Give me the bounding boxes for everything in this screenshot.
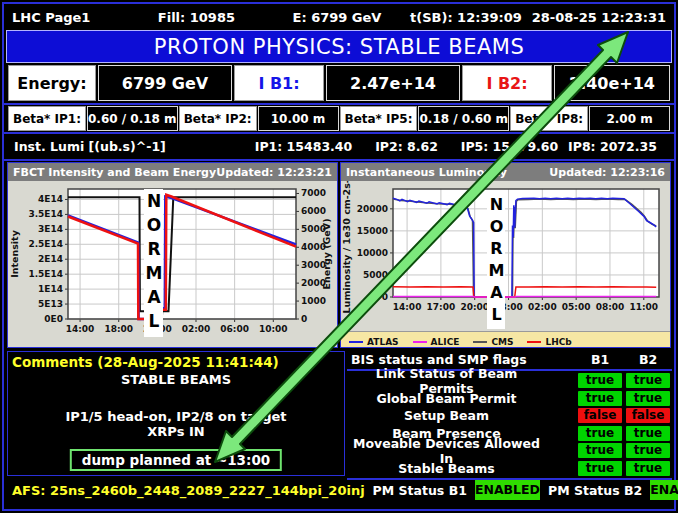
svg-text:11:00: 11:00 [629, 302, 658, 312]
svg-text:7000: 7000 [301, 188, 326, 198]
status-badge: true [578, 426, 622, 441]
bottom-section: Comments (28-Aug-2025 11:41:44) STABLE B… [4, 349, 674, 478]
lumi-ip8: IP8: 2072.35 [561, 139, 664, 154]
svg-text:18:00: 18:00 [104, 324, 133, 334]
comment-line-3: XRPs IN [8, 424, 344, 439]
bis-row: Link Status of Beam Permitstruetrue [347, 372, 672, 390]
lumi-ip2: IP2: 8.62 [355, 139, 458, 154]
status-badge: false [578, 408, 622, 423]
status-badge: true [626, 426, 670, 441]
lumi-ip5: IP5: 15479.60 [458, 139, 561, 154]
bis-status-panel: BIS status and SMP flags B1 B2 Link Stat… [347, 349, 672, 478]
svg-text:14:00: 14:00 [393, 302, 422, 312]
comments-panel: Comments (28-Aug-2025 11:41:44) STABLE B… [7, 351, 345, 476]
svg-text:02:00: 02:00 [182, 324, 211, 334]
pm-status-b2-badge: ENABLED [650, 480, 678, 500]
svg-text:Energy (GeV): Energy (GeV) [321, 219, 332, 290]
svg-text:1000: 1000 [301, 296, 326, 306]
svg-text:6000: 6000 [301, 206, 326, 216]
bis-panel-title: BIS status and SMP flags [347, 352, 576, 367]
fbct-chart-updated-time: Updated: 12:23:21 [216, 166, 332, 179]
lumi-ip1: IP1: 15483.40 [252, 139, 355, 154]
svg-text:0E0: 0E0 [44, 314, 63, 324]
svg-text:1.5E14: 1.5E14 [28, 269, 63, 279]
bis-row: Setup Beamfalsefalse [347, 407, 672, 425]
beta-ip2-value: 10.00 m [258, 106, 339, 131]
normal-status-overlay: NORMAL [487, 193, 505, 329]
status-badge: true [626, 443, 670, 458]
time-in-stable-beams: t(SB): 12:39:09 [410, 10, 522, 25]
comment-line-1: STABLE BEAMS [8, 372, 344, 387]
status-badge: true [626, 391, 670, 406]
svg-text:2E14: 2E14 [38, 254, 63, 264]
status-badge: false [626, 408, 670, 423]
beta-ip5-value: 0.18 / 0.60 m [418, 106, 509, 131]
svg-text:20000: 20000 [357, 204, 388, 214]
lhc-page1-window: LHC Page1 Fill: 10985 E: 6799 GeV t(SB):… [2, 2, 676, 511]
intensity-b1-value: 2.47e+14 [326, 65, 460, 101]
comment-line-2: IP1/5 head-on, IP2/8 on target [8, 409, 344, 424]
svg-text:06:00: 06:00 [220, 324, 249, 334]
chart-legend: ATLASALICECMSLHCb [341, 331, 670, 348]
bis-row-label: Global Beam Permit [347, 391, 576, 406]
pm-status-b1-label: PM Status B1 [373, 483, 467, 498]
svg-text:02:00: 02:00 [528, 302, 557, 312]
beta-ip1-label: Beta* IP1: [8, 106, 86, 131]
svg-text:4E14: 4E14 [38, 194, 63, 204]
bis-row: Moveable Devices Allowed Intruetrue [347, 442, 672, 460]
comments-title: Comments (28-Aug-2025 11:41:44) [8, 352, 344, 372]
svg-text:15000: 15000 [357, 226, 388, 236]
intensity-b1-label: I B1: [234, 65, 324, 101]
fill-number: Fill: 10985 [129, 10, 264, 25]
status-badge: true [626, 373, 670, 388]
beta-ip5-label: Beta* IP5: [340, 106, 418, 131]
bis-row: Stable Beamstruetrue [347, 460, 672, 478]
bis-flags-table: Link Status of Beam PermitstruetrueGloba… [347, 369, 672, 480]
bis-column-b1: B1 [576, 352, 624, 367]
beta-ip1-value: 0.60 / 0.18 m [87, 106, 178, 131]
pm-status-b2-label: PM Status B2 [548, 483, 642, 498]
svg-text:2.5E14: 2.5E14 [28, 239, 63, 249]
legend-color-swatch [349, 341, 363, 343]
status-badge: true [578, 373, 622, 388]
intensity-b2-value: 2.40e+14 [554, 65, 670, 101]
svg-text:3E14: 3E14 [38, 224, 63, 234]
lumi-units-label: Inst. Lumi [(ub.s)^-1] [14, 139, 252, 154]
bis-column-b2: B2 [624, 352, 672, 367]
instantaneous-lumi-row: Inst. Lumi [(ub.s)^-1] IP1: 15483.40 IP2… [4, 134, 674, 161]
svg-text:0: 0 [301, 314, 307, 324]
svg-text:3.5E14: 3.5E14 [28, 209, 63, 219]
afs-filling-scheme: AFS: 25ns_2460b_2448_2089_2227_144bpi_20… [12, 483, 365, 498]
intensity-b2-label: I B2: [462, 65, 552, 101]
beta-ip8-label: Beta* IP8: [510, 106, 588, 131]
fbct-intensity-chart-panel: FBCT Intensity and Beam Energy Updated: … [7, 162, 338, 348]
lumi-chart-updated-time: Updated: 12:23:16 [549, 166, 665, 179]
status-badge: true [578, 443, 622, 458]
status-badge: true [578, 461, 622, 476]
svg-text:Luminosity / 1e30 cm-2s-1: Luminosity / 1e30 cm-2s-1 [341, 181, 352, 313]
legend-entry: ALICE [413, 337, 460, 347]
svg-text:14:00: 14:00 [66, 324, 95, 334]
beam-mode-banner: PROTON PHYSICS: STABLE BEAMS [6, 30, 672, 63]
lumi-chart-canvas: 14:0017:0020:0023:0002:0005:0008:0011:00… [341, 181, 671, 327]
energy-intensity-row: Energy: 6799 GeV I B1: 2.47e+14 I B2: 2.… [4, 63, 674, 105]
beam-energy-readout: E: 6799 GeV [264, 10, 410, 25]
svg-text:05:00: 05:00 [562, 302, 591, 312]
top-status-bar: LHC Page1 Fill: 10985 E: 6799 GeV t(SB):… [4, 4, 674, 30]
legend-color-swatch [413, 341, 427, 343]
app-title: LHC Page1 [12, 10, 129, 25]
luminosity-chart-panel: Instantaneous Luminosity Updated: 12:23:… [340, 162, 671, 348]
svg-text:5000: 5000 [363, 270, 388, 280]
svg-text:17:00: 17:00 [427, 302, 456, 312]
bis-row: Global Beam Permittruetrue [347, 390, 672, 408]
status-badge: true [578, 391, 622, 406]
svg-text:10000: 10000 [357, 248, 388, 258]
fbct-chart-canvas: 14:0018:0022:0002:0006:0010:000E05E131E1… [8, 181, 338, 347]
dump-planned-note: dump planned at ~13:00 [70, 449, 282, 471]
charts-row: FBCT Intensity and Beam Energy Updated: … [4, 161, 674, 349]
beta-ip8-value: 2.00 m [589, 106, 670, 131]
energy-value: 6799 GeV [98, 65, 232, 101]
beta-star-row: Beta* IP1: 0.60 / 0.18 m Beta* IP2: 10.0… [4, 105, 674, 134]
datetime-clock: 28-08-25 12:23:31 [522, 10, 666, 25]
svg-text:10:00: 10:00 [259, 324, 288, 334]
